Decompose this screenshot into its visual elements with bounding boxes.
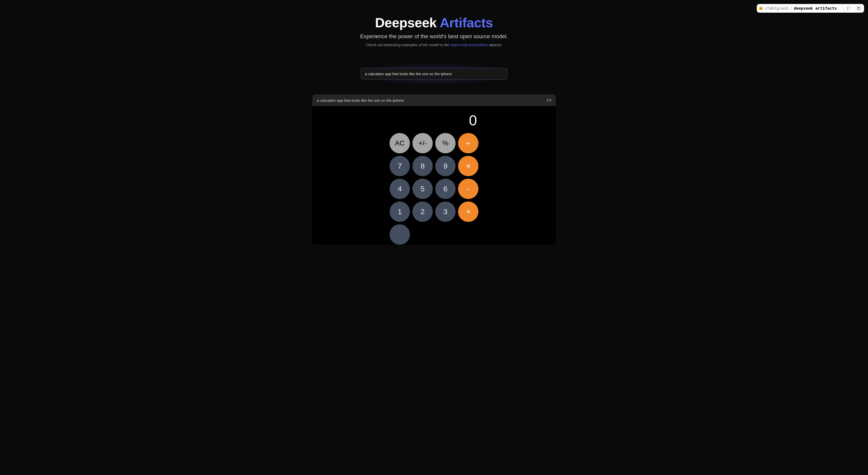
- hf-space-badge[interactable]: 🤗 cfahlgren1 / deepseek artifacts ♡ 17: [757, 4, 864, 13]
- heart-icon: ♡: [840, 6, 845, 11]
- page-subtitle: Experience the power of the world's best…: [312, 33, 556, 40]
- prompt-input[interactable]: [361, 68, 507, 80]
- tagline-post: dataset.: [488, 43, 502, 47]
- calc-multiply-button[interactable]: ×: [458, 156, 478, 176]
- calc-plus-button[interactable]: +: [458, 201, 478, 222]
- calc-9-button[interactable]: 9: [435, 156, 456, 176]
- hf-separator: /: [790, 6, 792, 11]
- calc-7-button[interactable]: 7: [390, 156, 410, 176]
- calendar-icon: [857, 6, 861, 10]
- title-main: Deepseek: [375, 15, 440, 30]
- calc-percent-button[interactable]: %: [435, 133, 456, 153]
- calculator-display: 0: [388, 112, 480, 129]
- hf-like-count: 17: [845, 6, 852, 11]
- calc-minus-button[interactable]: -: [458, 179, 478, 199]
- dataset-link[interactable]: react-code-instructions: [451, 43, 488, 47]
- calc-2-button[interactable]: 2: [412, 201, 433, 222]
- page-title: Deepseek Artifacts: [312, 15, 556, 30]
- page-tagline: Check out interesting examples of the mo…: [312, 43, 556, 47]
- calc-divide-button[interactable]: ÷: [458, 133, 478, 153]
- tagline-pre: Check out interesting examples of the mo…: [366, 43, 451, 47]
- calc-8-button[interactable]: 8: [412, 156, 433, 176]
- calc-6-button[interactable]: 6: [435, 179, 456, 199]
- hf-like-button[interactable]: ♡ 17: [839, 5, 852, 11]
- view-code-button[interactable]: [547, 98, 551, 102]
- artifact-card: a calculator app that looks like the one…: [312, 95, 556, 245]
- calculator-app: 0 AC +/- % ÷ 7 8 9 × 4 5 6 - 1 2 3 +: [312, 106, 556, 245]
- calc-5-button[interactable]: 5: [412, 179, 433, 199]
- calc-ac-button[interactable]: AC: [390, 133, 410, 153]
- artifact-header: a calculator app that looks like the one…: [312, 95, 556, 106]
- calc-partial-button[interactable]: [390, 224, 410, 245]
- hf-menu-button[interactable]: [855, 5, 862, 11]
- artifact-label: a calculator app that looks like the one…: [317, 98, 404, 102]
- calculator-keypad: AC +/- % ÷ 7 8 9 × 4 5 6 - 1 2 3 +: [390, 133, 478, 245]
- calc-sign-button[interactable]: +/-: [412, 133, 433, 153]
- calc-1-button[interactable]: 1: [390, 201, 410, 222]
- hf-logo-icon: 🤗: [759, 6, 763, 10]
- hf-repo-name[interactable]: deepseek artifacts: [794, 6, 837, 11]
- calc-4-button[interactable]: 4: [390, 179, 410, 199]
- hf-owner[interactable]: cfahlgren1: [765, 6, 788, 11]
- title-accent: Artifacts: [440, 15, 493, 30]
- code-icon: [547, 98, 551, 102]
- svg-rect-0: [857, 7, 860, 10]
- calc-3-button[interactable]: 3: [435, 201, 456, 222]
